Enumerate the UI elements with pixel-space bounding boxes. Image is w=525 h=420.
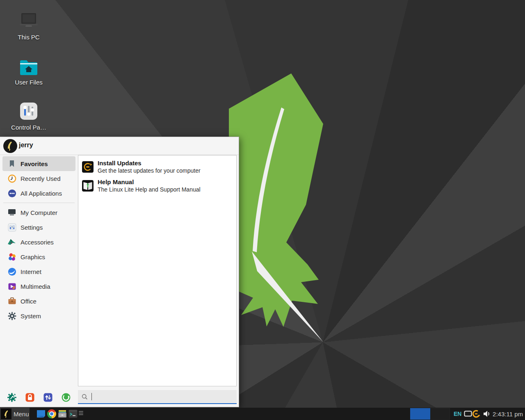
color-flower-icon	[7, 252, 16, 261]
sidebar-item-label: Multimedia	[21, 283, 50, 290]
chrome-launcher[interactable]	[47, 409, 57, 419]
sidebar-item-label: My Computer	[21, 209, 57, 216]
menu-action-buttons	[0, 392, 78, 403]
terminal-launcher[interactable]	[68, 409, 78, 419]
sidebar-item-label: Office	[21, 298, 37, 305]
control-panel-icon	[4, 99, 53, 121]
gear-icon	[7, 311, 16, 320]
updates-icon	[82, 161, 94, 173]
update-notifier-button[interactable]	[472, 409, 481, 418]
media-play-icon	[7, 282, 16, 291]
updates-tray-icon	[472, 409, 481, 419]
menu-username: jerry	[19, 142, 33, 149]
sidebar-item-settings[interactable]: Settings	[2, 220, 75, 235]
help-book-icon	[82, 180, 94, 192]
workspace-switcher[interactable]	[410, 408, 450, 420]
menu-button[interactable]: Menu	[0, 408, 30, 420]
sidebar-item-label: Accessories	[21, 239, 54, 246]
display-icon	[464, 411, 472, 417]
sidebar-item-graphics[interactable]: Graphics	[2, 249, 75, 264]
taskbar: Menu EN	[0, 408, 525, 420]
file-manager-launcher[interactable]	[57, 409, 67, 419]
file-manager-icon	[57, 409, 67, 419]
window-list-handle[interactable]	[79, 411, 83, 417]
sidebar-item-multimedia[interactable]: Multimedia	[2, 279, 75, 294]
sidebar-item-internet[interactable]: Internet	[2, 264, 75, 279]
keyboard-layout-indicator[interactable]: EN	[454, 411, 461, 417]
settings-manager-icon	[7, 393, 17, 402]
menu-item-title: Help Manual	[98, 178, 201, 186]
chrome-icon	[47, 409, 56, 418]
sidebar-item-label: Internet	[21, 268, 41, 275]
sidebar-item-accessories[interactable]: Accessories	[2, 235, 75, 249]
globe-browser-icon	[7, 267, 16, 276]
switch-user-button[interactable]	[43, 392, 53, 403]
sidebar-item-favorites[interactable]: Favorites	[2, 156, 75, 171]
sidebar-item-recently-used[interactable]: Recently Used	[2, 171, 75, 186]
laptop-icon	[4, 9, 53, 30]
logout-button[interactable]	[61, 392, 71, 403]
sidebar-item-all-applications[interactable]: All Applications	[2, 186, 75, 201]
menu-item-subtitle: The Linux Lite Help and Support Manual	[98, 186, 201, 194]
sliders-icon	[7, 223, 16, 232]
sidebar-item-label: All Applications	[21, 190, 62, 197]
menu-search-field[interactable]	[78, 390, 237, 404]
show-desktop-button[interactable]	[36, 409, 46, 419]
clock[interactable]: 2:43:11 pm	[493, 411, 523, 418]
switch-user-icon	[43, 393, 53, 402]
sidebar-separator	[3, 203, 75, 203]
sidebar-item-label: Settings	[21, 224, 43, 231]
briefcase-icon	[7, 297, 16, 306]
menu-button-label: Menu	[14, 411, 29, 418]
menu-item-title: Install Updates	[98, 160, 201, 167]
desktop-icon-this-pc[interactable]: This PC	[4, 9, 53, 41]
logout-icon	[61, 393, 71, 402]
terminal-icon	[68, 409, 78, 419]
applications-menu-panel: jerry Favorites Recently Used	[0, 137, 239, 407]
sidebar-item-label: Graphics	[21, 253, 45, 260]
sidebar-item-label: System	[21, 313, 41, 320]
lock-screen-icon	[25, 393, 35, 402]
workspace-inactive[interactable]	[430, 408, 450, 420]
clock-icon	[7, 174, 16, 183]
desktop-icon-label: User Files	[4, 79, 53, 86]
home-folder-icon	[4, 54, 53, 75]
volume-icon	[483, 410, 491, 418]
lock-screen-button[interactable]	[25, 392, 35, 403]
settings-manager-button[interactable]	[7, 392, 17, 403]
bookmark-icon	[7, 159, 16, 168]
display-tray-button[interactable]	[463, 409, 472, 418]
desktop-icon-user-files[interactable]: User Files	[4, 54, 53, 86]
menu-favorites-list: Install Updates Get the latest updates f…	[78, 155, 237, 386]
desktop-icon-label: This PC	[4, 34, 53, 41]
menu-item-subtitle: Get the latest updates for your computer	[98, 167, 201, 175]
workspace-active[interactable]	[410, 408, 430, 420]
sidebar-item-my-computer[interactable]: My Computer	[2, 205, 75, 220]
computer-icon	[7, 208, 16, 217]
volume-tray-button[interactable]	[482, 409, 491, 418]
menu-item-install-updates[interactable]: Install Updates Get the latest updates f…	[80, 158, 235, 176]
menu-sidebar: Favorites Recently Used All Applications	[2, 156, 75, 323]
menu-item-help-manual[interactable]: Help Manual The Linux Lite Help and Supp…	[80, 176, 235, 195]
feather-menu-icon	[1, 409, 11, 419]
feather-avatar-icon	[6, 141, 14, 151]
menu-header: jerry	[0, 137, 239, 155]
sidebar-item-label: Favorites	[21, 160, 48, 167]
show-desktop-icon	[36, 409, 46, 418]
sidebar-item-system[interactable]: System	[2, 308, 75, 323]
sidebar-item-label: Recently Used	[21, 175, 61, 182]
utility-knife-icon	[7, 237, 16, 247]
user-avatar[interactable]	[3, 139, 17, 153]
sidebar-item-office[interactable]: Office	[2, 294, 75, 308]
desktop-icon-label: Control Pa…	[4, 124, 53, 131]
desktop-icon-control-panel[interactable]: Control Pa…	[4, 99, 53, 131]
grid-dots-icon	[7, 189, 16, 198]
